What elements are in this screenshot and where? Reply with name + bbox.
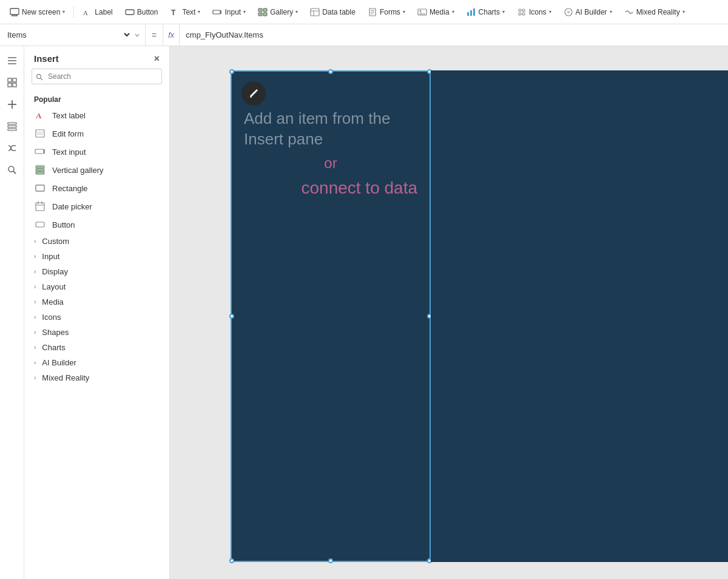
handle-bottom-center[interactable] bbox=[328, 558, 333, 563]
insert-group-shapes[interactable]: › Shapes bbox=[24, 325, 169, 340]
insert-group-media[interactable]: › Media bbox=[24, 294, 169, 310]
group-chevron-custom: › bbox=[34, 238, 36, 245]
insert-item-edit-form[interactable]: Edit form bbox=[24, 124, 169, 143]
insert-item-button[interactable]: Button bbox=[24, 215, 169, 234]
toolbar-charts[interactable]: Charts ▾ bbox=[462, 5, 510, 19]
svg-rect-32 bbox=[8, 78, 12, 82]
insert-search-box bbox=[32, 69, 162, 84]
insert-group-charts[interactable]: › Charts bbox=[24, 340, 169, 355]
button-item-label: Button bbox=[52, 220, 75, 229]
toolbar-icons[interactable]: Icons ▾ bbox=[512, 5, 556, 19]
date-picker-icon bbox=[34, 200, 46, 212]
group-chevron-input: › bbox=[34, 253, 36, 260]
toolbar-label[interactable]: A Label bbox=[78, 5, 117, 19]
toolbar-media[interactable]: Media ▾ bbox=[413, 5, 459, 19]
svg-rect-10 bbox=[263, 8, 267, 12]
sidebar-insert-btn[interactable] bbox=[2, 95, 22, 114]
gallery-empty-title: Add an item from the Insert pane bbox=[244, 108, 417, 149]
insert-group-ai-builder[interactable]: › AI Builder bbox=[24, 355, 169, 370]
insert-title: Insert bbox=[34, 53, 59, 64]
insert-item-text-input[interactable]: Text input bbox=[24, 143, 169, 161]
group-label-layout: Layout bbox=[42, 282, 66, 291]
group-label-media: Media bbox=[42, 297, 63, 306]
svg-point-27 bbox=[522, 13, 525, 15]
group-chevron-media: › bbox=[34, 299, 36, 305]
svg-text:A: A bbox=[36, 111, 42, 120]
group-chevron-charts: › bbox=[34, 344, 36, 351]
formula-fx-button[interactable]: fx bbox=[163, 24, 180, 46]
insert-item-text-label[interactable]: A Text label bbox=[24, 106, 169, 124]
rectangle-item-label: Rectangle bbox=[52, 184, 88, 193]
toolbar-datatable[interactable]: Data table bbox=[305, 5, 360, 19]
search-input[interactable] bbox=[32, 69, 162, 84]
insert-item-date-picker[interactable]: Date picker bbox=[24, 197, 169, 215]
toolbar-forms[interactable]: Forms ▾ bbox=[363, 5, 410, 19]
svg-text:A: A bbox=[83, 9, 88, 16]
chevron-icon: ▾ bbox=[198, 9, 200, 15]
chevron-icon: ▾ bbox=[502, 9, 505, 15]
svg-rect-38 bbox=[8, 123, 16, 124]
handle-top-center[interactable] bbox=[328, 69, 333, 74]
vertical-gallery-icon bbox=[34, 164, 46, 176]
svg-rect-22 bbox=[470, 10, 472, 16]
insert-group-display[interactable]: › Display bbox=[24, 264, 169, 279]
icons-icon bbox=[517, 7, 527, 17]
edit-icon-overlay[interactable] bbox=[241, 81, 266, 106]
toolbar-gallery[interactable]: Gallery ▾ bbox=[253, 5, 303, 19]
group-label-shapes: Shapes bbox=[42, 328, 69, 337]
toolbar-text[interactable]: T Text ▾ bbox=[165, 5, 205, 19]
toolbar-ai-builder[interactable]: AI Builder ▾ bbox=[559, 5, 617, 19]
svg-rect-9 bbox=[258, 8, 262, 12]
handle-middle-left[interactable] bbox=[229, 314, 234, 319]
text-label-item-label: Text label bbox=[52, 111, 86, 120]
insert-group-custom[interactable]: › Custom bbox=[24, 234, 169, 249]
toolbar-mixed-reality[interactable]: Mixed Reality ▾ bbox=[619, 5, 690, 19]
popular-section-header: Popular bbox=[24, 92, 169, 106]
toolbar-new-screen[interactable]: New screen ▾ bbox=[5, 5, 70, 19]
svg-point-24 bbox=[519, 9, 521, 12]
formula-input[interactable]: cmp_FlyOutNav.Items bbox=[180, 30, 728, 39]
group-chevron-icons: › bbox=[34, 314, 36, 320]
toolbar-icons-label: Icons bbox=[529, 8, 547, 16]
toolbar-mixed-reality-label: Mixed Reality bbox=[636, 8, 680, 16]
toolbar-input[interactable]: Input ▾ bbox=[207, 5, 251, 19]
insert-item-rectangle[interactable]: Rectangle bbox=[24, 179, 169, 197]
insert-close-button[interactable]: × bbox=[154, 54, 160, 64]
insert-item-vertical-gallery[interactable]: Vertical gallery bbox=[24, 161, 169, 179]
insert-group-mixed-reality[interactable]: › Mixed Reality bbox=[24, 370, 169, 385]
insert-group-layout[interactable]: › Layout bbox=[24, 279, 169, 294]
sidebar-screens-btn[interactable] bbox=[2, 73, 22, 92]
canvas-gallery-component[interactable]: Add an item from the Insert pane or conn… bbox=[231, 70, 431, 562]
insert-group-icons[interactable]: › Icons bbox=[24, 310, 169, 325]
sidebar-hamburger-btn[interactable] bbox=[2, 51, 22, 70]
sidebar-data-btn[interactable] bbox=[2, 117, 22, 136]
chevron-icon: ▾ bbox=[243, 9, 246, 15]
svg-point-25 bbox=[522, 9, 525, 12]
formula-equals: = bbox=[146, 24, 163, 46]
canvas-area[interactable]: Add an item from the Insert pane or conn… bbox=[170, 46, 728, 579]
gallery-icon bbox=[258, 7, 268, 17]
svg-text:T: T bbox=[171, 8, 176, 17]
chevron-icon: ▾ bbox=[452, 9, 454, 15]
formula-name-select[interactable]: Items bbox=[5, 30, 132, 40]
svg-rect-23 bbox=[473, 8, 475, 16]
insert-group-input[interactable]: › Input bbox=[24, 249, 169, 264]
chevron-icon: ▾ bbox=[403, 9, 405, 15]
svg-rect-35 bbox=[13, 83, 16, 87]
handle-bottom-left[interactable] bbox=[229, 558, 234, 563]
group-label-custom: Custom bbox=[42, 237, 69, 246]
handle-top-left[interactable] bbox=[229, 69, 234, 74]
svg-rect-11 bbox=[258, 13, 262, 16]
toolbar-button[interactable]: Button bbox=[120, 5, 163, 19]
label-icon: A bbox=[83, 7, 92, 17]
formula-name-box[interactable]: Items bbox=[0, 24, 146, 46]
insert-panel: Insert × Popular A Text label bbox=[24, 46, 170, 579]
sidebar-variables-btn[interactable] bbox=[2, 138, 22, 158]
group-label-charts: Charts bbox=[42, 343, 65, 352]
svg-rect-33 bbox=[13, 78, 16, 82]
sidebar-search-btn[interactable] bbox=[2, 160, 22, 180]
svg-rect-54 bbox=[36, 185, 44, 191]
datatable-icon bbox=[310, 7, 320, 17]
group-chevron-ai-builder: › bbox=[34, 359, 36, 366]
search-icon bbox=[36, 72, 43, 81]
